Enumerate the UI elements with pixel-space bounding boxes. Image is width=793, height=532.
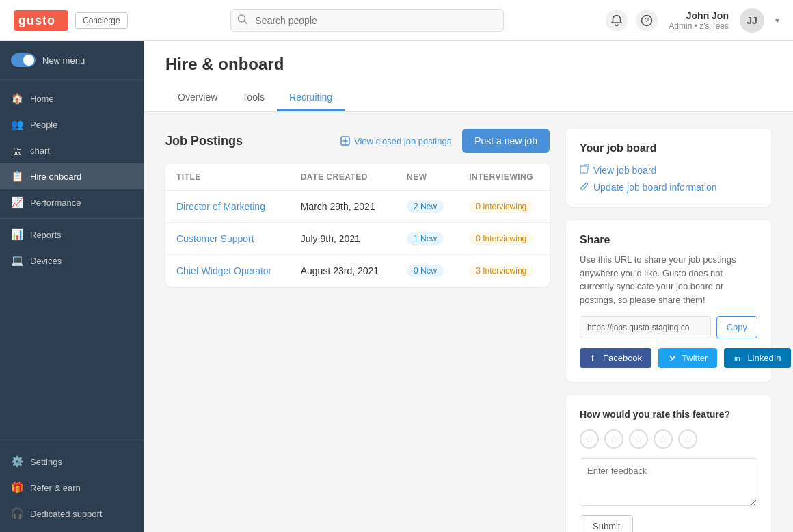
col-date: Date created	[290, 164, 396, 191]
share-description: Use this URL to share your job postings …	[580, 253, 757, 306]
share-url-input[interactable]	[580, 316, 711, 338]
sidebar-item-performance[interactable]: 📈 Performance	[0, 189, 144, 215]
notifications-icon[interactable]	[606, 10, 628, 31]
sidebar: New menu 🏠 Home 👥 People 🗂 chart 📋 Hire …	[0, 41, 144, 532]
left-panel: Job Postings View closed job postings Po…	[165, 129, 550, 532]
sidebar-toggle[interactable]: New menu	[0, 41, 144, 80]
toggle-switch-icon	[11, 53, 36, 67]
user-info: John Jon Admin • z's Tees	[669, 10, 729, 31]
view-closed-button[interactable]: View closed job postings	[340, 136, 451, 146]
search-area	[230, 9, 504, 32]
sidebar-item-settings[interactable]: ⚙️ Settings	[0, 449, 144, 475]
tab-recruiting[interactable]: Recruiting	[277, 85, 345, 111]
sidebar-item-people[interactable]: 👥 People	[0, 111, 144, 137]
avatar[interactable]: JJ	[740, 8, 764, 33]
help-icon[interactable]: ?	[636, 10, 658, 31]
devices-icon: 💻	[11, 254, 23, 267]
user-meta: Admin • z's Tees	[669, 21, 729, 31]
view-job-board-link[interactable]: View job board	[580, 164, 757, 176]
people-icon: 👥	[11, 118, 23, 131]
social-buttons: f Facebook Twitter in LinkedIn	[580, 348, 757, 368]
svg-text:?: ?	[645, 16, 649, 25]
topbar: gusto Concierge ? John Jon Admin • z's T…	[0, 0, 793, 41]
stars-row: ☆ ☆ ☆ ☆ ☆	[580, 429, 757, 449]
refer-icon: 🎁	[11, 481, 23, 494]
new-badge: 2 New	[407, 200, 444, 213]
share-url-row: Copy	[580, 316, 757, 338]
sidebar-item-devices[interactable]: 💻 Devices	[0, 248, 144, 274]
col-title: Title	[165, 164, 290, 191]
external-link-icon	[580, 164, 589, 176]
linkedin-button[interactable]: in LinkedIn	[724, 348, 790, 368]
share-title: Share	[580, 234, 757, 246]
sidebar-item-label: Hire onboard	[30, 172, 81, 182]
tab-tools[interactable]: Tools	[230, 85, 277, 111]
table-row: Chief Widget Operator August 23rd, 2021 …	[165, 255, 550, 287]
reports-icon: 📊	[11, 228, 23, 241]
col-interviewing: Interviewing	[458, 164, 550, 191]
section-header: Job Postings View closed job postings Po…	[165, 129, 550, 153]
rating-card: How would you rate this feature? ☆ ☆ ☆ ☆…	[566, 395, 771, 532]
interviewing-badge: 0 Interviewing	[469, 232, 533, 245]
sidebar-item-reports[interactable]: 📊 Reports	[0, 222, 144, 248]
job-board-card: Your job board View job board Update job…	[566, 129, 771, 207]
table-row: Director of Marketing March 29th, 2021 2…	[165, 191, 550, 223]
interviewing-badge: 3 Interviewing	[469, 265, 533, 277]
star-4[interactable]: ☆	[654, 429, 673, 449]
star-2[interactable]: ☆	[604, 429, 623, 449]
board-card-title: Your job board	[580, 142, 757, 155]
update-board-link[interactable]: Update job board information	[580, 181, 757, 193]
sidebar-item-home[interactable]: 🏠 Home	[0, 85, 144, 111]
tabs: Overview Tools Recruiting	[165, 85, 771, 111]
sidebar-item-label: Home	[30, 94, 54, 104]
table-row: Customer Support July 9th, 2021 1 New 0 …	[165, 223, 550, 255]
job-link-support[interactable]: Customer Support	[176, 233, 254, 244]
star-3[interactable]: ☆	[629, 429, 648, 449]
sidebar-item-refer[interactable]: 🎁 Refer & earn	[0, 475, 144, 501]
facebook-button[interactable]: f Facebook	[580, 348, 651, 368]
sidebar-item-label: Performance	[30, 198, 81, 208]
svg-text:gusto: gusto	[18, 14, 55, 27]
settings-icon: ⚙️	[11, 455, 23, 468]
chevron-down-icon[interactable]: ▾	[775, 16, 779, 25]
date-cell: August 23rd, 2021	[290, 255, 396, 287]
interviewing-badge: 0 Interviewing	[469, 200, 533, 213]
date-cell: July 9th, 2021	[290, 223, 396, 255]
post-job-button[interactable]: Post a new job	[462, 129, 550, 153]
search-input[interactable]	[230, 9, 504, 32]
logo-area: gusto Concierge	[14, 10, 128, 31]
section-title: Job Postings	[165, 134, 243, 148]
submit-button[interactable]: Submit	[580, 515, 633, 532]
concierge-button[interactable]: Concierge	[75, 12, 128, 29]
sidebar-item-hire-onboard[interactable]: 📋 Hire onboard	[0, 163, 144, 189]
sidebar-item-label: chart	[30, 146, 50, 156]
svg-text:in: in	[734, 354, 740, 362]
sidebar-item-label: Devices	[30, 256, 62, 266]
twitter-button[interactable]: Twitter	[658, 348, 717, 368]
search-icon	[237, 14, 248, 27]
chart-icon: 🗂	[11, 144, 23, 157]
hire-onboard-icon: 📋	[11, 170, 23, 183]
sidebar-item-label: Dedicated support	[30, 509, 103, 519]
tab-overview[interactable]: Overview	[165, 85, 230, 111]
topbar-icons: ?	[606, 10, 658, 31]
topbar-right: ? John Jon Admin • z's Tees JJ ▾	[606, 8, 779, 33]
new-badge: 1 New	[407, 232, 444, 245]
right-panel: Your job board View job board Update job…	[566, 129, 771, 532]
sidebar-item-label: Reports	[30, 230, 62, 240]
job-link-director[interactable]: Director of Marketing	[176, 201, 265, 212]
star-1[interactable]: ☆	[580, 429, 599, 449]
performance-icon: 📈	[11, 196, 23, 209]
content-area: Job Postings View closed job postings Po…	[144, 112, 793, 532]
copy-button[interactable]: Copy	[716, 316, 757, 338]
rating-title: How would you rate this feature?	[580, 409, 757, 420]
sidebar-item-org-chart[interactable]: 🗂 chart	[0, 137, 144, 163]
col-new: New	[396, 164, 458, 191]
sidebar-item-support[interactable]: 🎧 Dedicated support	[0, 501, 144, 527]
job-link-operator[interactable]: Chief Widget Operator	[176, 265, 271, 276]
edit-icon	[580, 181, 589, 193]
sidebar-bottom-section: ⚙️ Settings 🎁 Refer & earn 🎧 Dedicated s…	[0, 443, 144, 532]
star-5[interactable]: ☆	[678, 429, 697, 449]
feedback-textarea[interactable]	[580, 458, 757, 506]
svg-text:f: f	[591, 354, 594, 363]
